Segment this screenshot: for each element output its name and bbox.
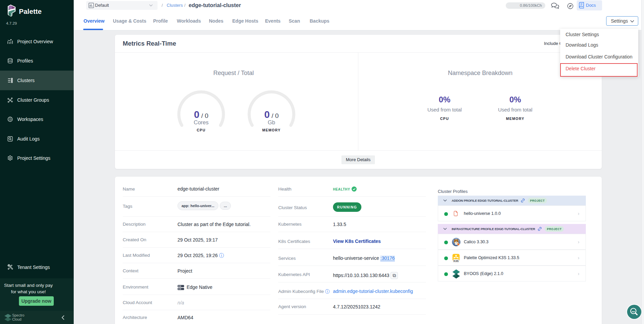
svg-text:K3S: K3S [453,259,458,263]
